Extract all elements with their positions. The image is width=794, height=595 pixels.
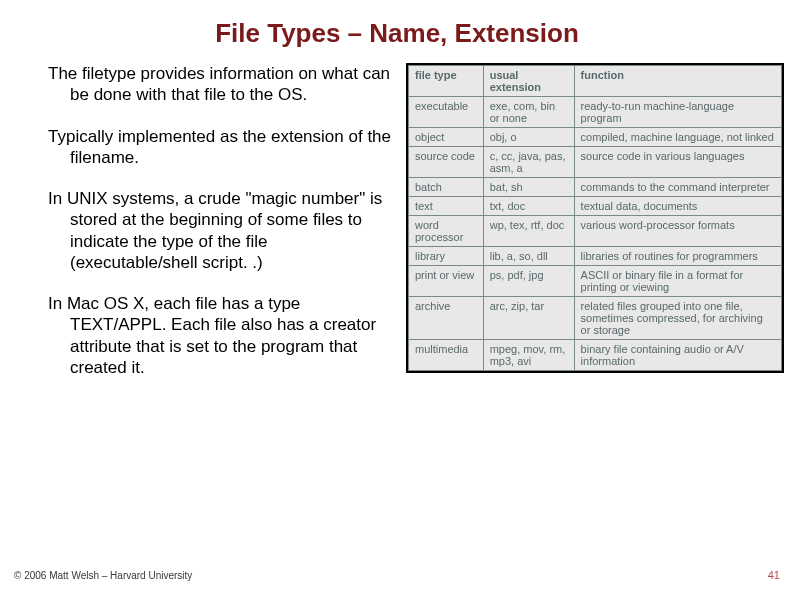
table-cell: obj, o <box>483 128 574 147</box>
filetype-table-wrap: file type usual extension function execu… <box>406 63 784 373</box>
paragraph: Typically implemented as the extension o… <box>48 126 394 169</box>
table-row: multimediampeg, mov, rm, mp3, avibinary … <box>409 340 782 371</box>
table-cell: compiled, machine language, not linked <box>574 128 781 147</box>
table-cell: archive <box>409 297 484 340</box>
table-cell: source code in various languages <box>574 147 781 178</box>
table-cell: bat, sh <box>483 178 574 197</box>
text-column: The filetype provides information on wha… <box>10 63 402 398</box>
table-cell: multimedia <box>409 340 484 371</box>
table-cell: txt, doc <box>483 197 574 216</box>
table-row: librarylib, a, so, dlllibraries of routi… <box>409 247 782 266</box>
table-row: print or viewps, pdf, jpgASCII or binary… <box>409 266 782 297</box>
table-cell: executable <box>409 97 484 128</box>
table-row: source codec, cc, java, pas, asm, asourc… <box>409 147 782 178</box>
paragraph: The filetype provides information on wha… <box>48 63 394 106</box>
table-cell: various word-processor formats <box>574 216 781 247</box>
table-row: objectobj, ocompiled, machine language, … <box>409 128 782 147</box>
table-cell: word processor <box>409 216 484 247</box>
slide-title: File Types – Name, Extension <box>0 0 794 59</box>
table-cell: arc, zip, tar <box>483 297 574 340</box>
table-row: word processorwp, tex, rtf, docvarious w… <box>409 216 782 247</box>
table-cell: libraries of routines for programmers <box>574 247 781 266</box>
table-cell: print or view <box>409 266 484 297</box>
table-row: executableexe, com, bin or noneready-to-… <box>409 97 782 128</box>
table-row: archivearc, zip, tarrelated files groupe… <box>409 297 782 340</box>
table-cell: textual data, documents <box>574 197 781 216</box>
table-cell: mpeg, mov, rm, mp3, avi <box>483 340 574 371</box>
content-area: The filetype provides information on wha… <box>0 59 794 398</box>
table-header: usual extension <box>483 66 574 97</box>
table-header-row: file type usual extension function <box>409 66 782 97</box>
table-row: texttxt, doctextual data, documents <box>409 197 782 216</box>
table-cell: source code <box>409 147 484 178</box>
table-cell: related files grouped into one file, som… <box>574 297 781 340</box>
table-row: batchbat, shcommands to the command inte… <box>409 178 782 197</box>
paragraph: In Mac OS X, each file has a type TEXT/A… <box>48 293 394 378</box>
paragraph: In UNIX systems, a crude "magic number" … <box>48 188 394 273</box>
table-cell: lib, a, so, dll <box>483 247 574 266</box>
table-cell: object <box>409 128 484 147</box>
table-cell: wp, tex, rtf, doc <box>483 216 574 247</box>
table-cell: batch <box>409 178 484 197</box>
table-cell: exe, com, bin or none <box>483 97 574 128</box>
footer-copyright: © 2006 Matt Welsh – Harvard University <box>14 570 192 581</box>
filetype-table: file type usual extension function execu… <box>408 65 782 371</box>
table-cell: library <box>409 247 484 266</box>
table-cell: ps, pdf, jpg <box>483 266 574 297</box>
table-cell: commands to the command interpreter <box>574 178 781 197</box>
table-header: file type <box>409 66 484 97</box>
table-cell: binary file containing audio or A/V info… <box>574 340 781 371</box>
table-cell: text <box>409 197 484 216</box>
table-cell: ASCII or binary file in a format for pri… <box>574 266 781 297</box>
table-column: file type usual extension function execu… <box>402 63 784 398</box>
table-header: function <box>574 66 781 97</box>
table-cell: c, cc, java, pas, asm, a <box>483 147 574 178</box>
footer-page-number: 41 <box>768 569 780 581</box>
table-cell: ready-to-run machine-language program <box>574 97 781 128</box>
